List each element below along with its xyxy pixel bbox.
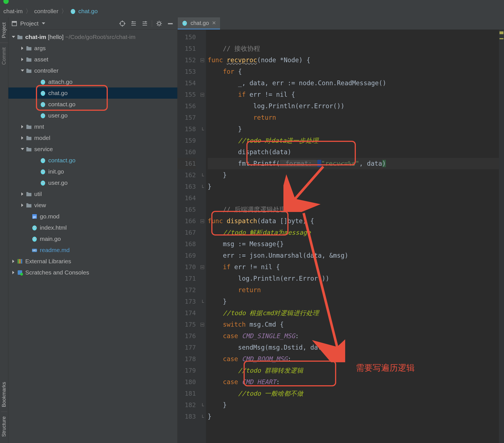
editor-tabs: chat.go ✕: [178, 17, 504, 30]
tree-item[interactable]: main.go: [8, 233, 177, 244]
sidebar-tab-commit[interactable]: Commit: [1, 47, 7, 65]
sidebar-tab-bookmarks[interactable]: Bookmarks: [1, 382, 7, 407]
sidebar-tab-project[interactable]: Project: [1, 22, 7, 38]
tree-external-libs[interactable]: External Libraries: [8, 256, 177, 267]
tab-label: chat.go: [191, 20, 209, 26]
tree-item[interactable]: service: [8, 144, 177, 155]
line-number-gutter: 1501511521531541551561571581591601611621…: [178, 30, 199, 443]
editor-scrollbar[interactable]: [499, 30, 504, 443]
window-titlebar: [0, 0, 504, 5]
select-opened-file-button[interactable]: [118, 19, 127, 28]
project-dropdown-icon[interactable]: [41, 22, 46, 25]
tree-item[interactable]: init.go: [8, 166, 177, 177]
project-tool-window: Project chat-im [hello] ~/Code/goRoot/sr…: [8, 17, 178, 443]
breadcrumb-folder[interactable]: controller: [34, 8, 58, 15]
tree-item[interactable]: args: [8, 43, 177, 54]
traffic-light-green[interactable]: [3, 0, 9, 4]
tree-item[interactable]: readme.md: [8, 244, 177, 256]
tree-item[interactable]: index.html: [8, 222, 177, 233]
tree-item[interactable]: util: [8, 188, 177, 200]
tree-item[interactable]: contact.go: [8, 155, 177, 166]
go-file-icon: [182, 20, 188, 26]
tree-item[interactable]: mnt: [8, 121, 177, 132]
tree-item-chat-go[interactable]: chat.go: [8, 87, 177, 99]
breadcrumb-sep-icon: 〉: [61, 7, 67, 15]
settings-button[interactable]: [155, 19, 163, 28]
project-view-icon: [11, 20, 17, 27]
breadcrumb-sep-icon: 〉: [26, 7, 31, 15]
tree-scratches[interactable]: Scratches and Consoles: [8, 267, 177, 278]
tree-item[interactable]: model: [8, 132, 177, 144]
tab-chat-go[interactable]: chat.go ✕: [178, 17, 220, 29]
tree-root[interactable]: chat-im [hello] ~/Code/goRoot/src/chat-i…: [8, 31, 177, 43]
tree-item[interactable]: contact.go: [8, 99, 177, 110]
breadcrumb-file[interactable]: chat.go: [78, 8, 98, 15]
go-file-icon: [70, 8, 76, 14]
expand-all-button[interactable]: [129, 19, 138, 28]
svg-text:go: go: [33, 215, 36, 218]
left-tool-strip: Project Commit Bookmarks Structure: [0, 17, 8, 443]
collapse-all-button[interactable]: [141, 19, 149, 28]
close-tab-icon[interactable]: ✕: [212, 20, 216, 26]
breadcrumb: chat-im 〉 controller 〉 chat.go: [0, 5, 504, 17]
editor-area: chat.go ✕ 150151152153154155156157158159…: [178, 17, 504, 443]
breadcrumb-root[interactable]: chat-im: [3, 8, 23, 15]
tree-item[interactable]: go go.mod: [8, 211, 177, 222]
annotation-text: 需要写遍历逻辑: [356, 362, 415, 374]
project-tree[interactable]: chat-im [hello] ~/Code/goRoot/src/chat-i…: [8, 30, 177, 443]
tree-item[interactable]: view: [8, 200, 177, 211]
hide-button[interactable]: [166, 19, 175, 28]
svg-rect-18: [12, 21, 17, 23]
sidebar-tab-structure[interactable]: Structure: [1, 416, 7, 437]
project-panel-title[interactable]: Project: [20, 20, 38, 27]
code-editor[interactable]: // 接收协程func recvproc(node *Node) { for {…: [206, 30, 504, 443]
tree-item[interactable]: attach.go: [8, 76, 177, 87]
tree-item[interactable]: user.go: [8, 110, 177, 121]
tree-item[interactable]: asset: [8, 54, 177, 65]
tree-item[interactable]: user.go: [8, 177, 177, 188]
tree-item[interactable]: controller: [8, 65, 177, 76]
fold-gutter[interactable]: [199, 30, 206, 443]
